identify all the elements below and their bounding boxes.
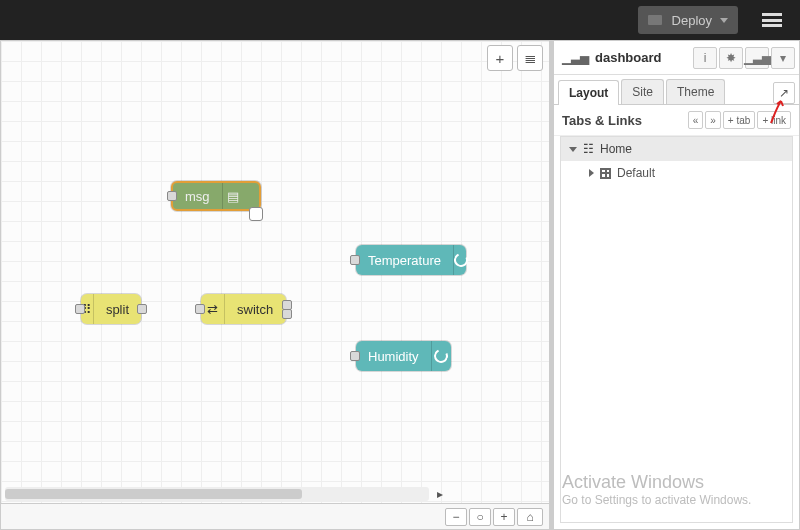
top-bar: Deploy bbox=[0, 0, 800, 40]
tabs-tree: ☷ Home Default bbox=[560, 136, 793, 523]
node-output-port[interactable] bbox=[282, 309, 292, 319]
node-input-port[interactable] bbox=[75, 304, 85, 314]
list-view-button[interactable]: ≣ bbox=[517, 45, 543, 71]
sidebar-title: dashboard bbox=[595, 50, 661, 65]
open-external-button[interactable]: ↗ bbox=[773, 82, 795, 104]
node-label: Humidity bbox=[356, 349, 431, 364]
deploy-icon bbox=[648, 15, 662, 25]
horizontal-scrollbar[interactable]: ▸ bbox=[5, 487, 429, 501]
group-icon bbox=[600, 168, 611, 179]
info-button[interactable]: i bbox=[693, 47, 717, 69]
debug-bars-icon: ▤ bbox=[222, 183, 244, 209]
tree-item-default[interactable]: Default bbox=[561, 161, 792, 185]
node-debug[interactable]: msg ▤ bbox=[171, 181, 261, 211]
tab-theme[interactable]: Theme bbox=[666, 79, 725, 104]
zoom-in-button[interactable]: + bbox=[493, 508, 515, 526]
chevron-down-icon bbox=[569, 147, 577, 152]
flow-canvas[interactable]: msg ▤ ⠿ split ⇄ switch Temperature bbox=[1, 41, 549, 529]
add-link-button[interactable]: + link bbox=[757, 111, 791, 129]
node-input-port[interactable] bbox=[350, 351, 360, 361]
collapse-all-button[interactable]: « bbox=[688, 111, 704, 129]
gauge-icon bbox=[453, 245, 468, 275]
sidebar-tabstrip: Layout Site Theme ↗ bbox=[554, 75, 799, 105]
chart-icon: ▁▃▅ bbox=[562, 51, 589, 65]
deploy-label: Deploy bbox=[672, 13, 712, 28]
node-split[interactable]: ⠿ split bbox=[81, 294, 141, 324]
dashboard-button[interactable]: ▁▃▅ bbox=[745, 47, 769, 69]
gauge-icon bbox=[431, 341, 451, 371]
wires-layer bbox=[1, 41, 301, 191]
tab-ui-icon: ☷ bbox=[583, 142, 594, 156]
flow-canvas-container: + ≣ msg ▤ ⠿ split bbox=[0, 40, 550, 530]
tree-item-home[interactable]: ☷ Home bbox=[561, 137, 792, 161]
navigator-button[interactable]: ⌂ bbox=[517, 508, 543, 526]
node-label: Temperature bbox=[356, 253, 453, 268]
sidebar: ▁▃▅ dashboard i ✸ ▁▃▅ ▾ Layout Site Them… bbox=[550, 40, 800, 530]
add-button[interactable]: + bbox=[487, 45, 513, 71]
node-label: split bbox=[94, 302, 141, 317]
expand-all-button[interactable]: » bbox=[705, 111, 721, 129]
add-tab-button[interactable]: + tab bbox=[723, 111, 756, 129]
node-input-port[interactable] bbox=[195, 304, 205, 314]
debug-button[interactable]: ✸ bbox=[719, 47, 743, 69]
tabs-links-heading: Tabs & Links bbox=[562, 113, 642, 128]
chevron-down-icon bbox=[720, 18, 728, 23]
menu-button[interactable] bbox=[762, 13, 782, 27]
node-status-icon bbox=[249, 207, 263, 221]
node-input-port[interactable] bbox=[350, 255, 360, 265]
canvas-footer: − ○ + ⌂ bbox=[1, 503, 549, 529]
node-label: switch bbox=[225, 302, 285, 317]
tab-layout[interactable]: Layout bbox=[558, 80, 619, 105]
node-temperature[interactable]: Temperature bbox=[356, 245, 466, 275]
chevron-right-icon bbox=[589, 169, 594, 177]
node-input-port[interactable] bbox=[167, 191, 177, 201]
node-label: msg bbox=[173, 189, 222, 204]
tree-label: Home bbox=[600, 142, 632, 156]
sidebar-more-button[interactable]: ▾ bbox=[771, 47, 795, 69]
node-humidity[interactable]: Humidity bbox=[356, 341, 451, 371]
tab-site[interactable]: Site bbox=[621, 79, 664, 104]
zoom-reset-button[interactable]: ○ bbox=[469, 508, 491, 526]
zoom-out-button[interactable]: − bbox=[445, 508, 467, 526]
node-output-port[interactable] bbox=[137, 304, 147, 314]
tree-label: Default bbox=[617, 166, 655, 180]
node-switch[interactable]: ⇄ switch bbox=[201, 294, 286, 324]
deploy-button[interactable]: Deploy bbox=[638, 6, 738, 34]
